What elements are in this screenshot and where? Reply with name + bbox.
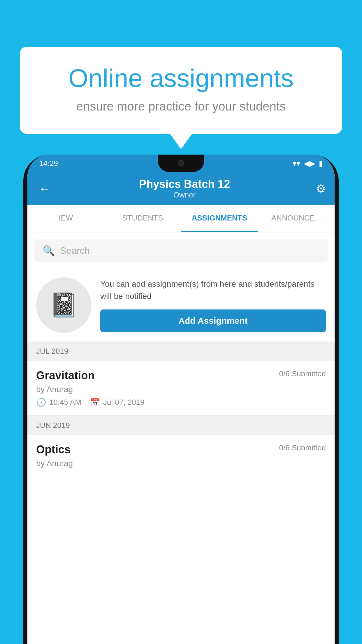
battery-icon: ▮ bbox=[319, 159, 323, 168]
notebook-icon: 📓 bbox=[49, 291, 78, 319]
tab-announcements[interactable]: ANNOUNCE... bbox=[258, 205, 335, 232]
notch bbox=[158, 155, 204, 172]
phone-screen: 14:29 ▾▾ ◀▶ ▮ ← Physics Batch 12 Owner ⚙… bbox=[27, 155, 335, 644]
promo-card: Online assignments ensure more practice … bbox=[20, 47, 342, 134]
calendar-icon: 📅 bbox=[90, 398, 100, 407]
tabs-bar: IEW STUDENTS ASSIGNMENTS ANNOUNCE... bbox=[27, 205, 335, 232]
section-jul-label: JUL 2019 bbox=[36, 347, 68, 356]
promo-section: 📓 You can add assignment(s) from here an… bbox=[27, 269, 335, 342]
assignment-date: Jul 07, 2019 bbox=[103, 398, 145, 407]
header-subtitle: Owner bbox=[139, 190, 230, 200]
section-jun-label: JUN 2019 bbox=[36, 421, 70, 430]
search-container: 🔍 Search bbox=[27, 232, 335, 269]
search-bar[interactable]: 🔍 Search bbox=[34, 239, 328, 262]
signal-icon: ◀▶ bbox=[304, 159, 315, 168]
speech-bubble: Online assignments ensure more practice … bbox=[20, 47, 342, 134]
time-meta: 🕙 10:45 AM bbox=[36, 398, 81, 407]
status-icons: ▾▾ ◀▶ ▮ bbox=[293, 159, 323, 168]
assignment-item-optics[interactable]: Optics 0/6 Submitted by Anurag bbox=[27, 435, 335, 480]
assignment-item-gravitation[interactable]: Gravitation 0/6 Submitted by Anurag 🕙 10… bbox=[27, 361, 335, 416]
promo-title: Online assignments bbox=[40, 64, 322, 92]
status-bar: 14:29 ▾▾ ◀▶ ▮ bbox=[27, 155, 335, 172]
promo-content: You can add assignment(s) from here and … bbox=[100, 278, 326, 332]
assignment-author: by Anurag bbox=[36, 385, 326, 394]
header-title: Physics Batch 12 bbox=[139, 178, 230, 190]
section-jul-2019: JUL 2019 bbox=[27, 342, 335, 361]
assignment-author-optics: by Anurag bbox=[36, 459, 326, 468]
app-header: ← Physics Batch 12 Owner ⚙ bbox=[27, 172, 335, 205]
promo-subtitle: ensure more practice for your students bbox=[40, 99, 322, 113]
search-icon: 🔍 bbox=[43, 245, 55, 256]
assignment-name-optics: Optics bbox=[36, 443, 71, 456]
wifi-icon: ▾▾ bbox=[293, 159, 300, 168]
assignment-top-optics: Optics 0/6 Submitted bbox=[36, 443, 326, 456]
add-assignment-button[interactable]: Add Assignment bbox=[100, 309, 326, 332]
section-jun-2019: JUN 2019 bbox=[27, 416, 335, 435]
assignment-time: 10:45 AM bbox=[49, 398, 81, 407]
phone-frame: 14:29 ▾▾ ◀▶ ▮ ← Physics Batch 12 Owner ⚙… bbox=[23, 155, 339, 644]
time-display: 14:29 bbox=[39, 159, 58, 168]
assignment-meta: 🕙 10:45 AM 📅 Jul 07, 2019 bbox=[36, 398, 326, 407]
tab-assignments[interactable]: ASSIGNMENTS bbox=[181, 205, 258, 232]
header-center: Physics Batch 12 Owner bbox=[139, 178, 230, 200]
promo-description: You can add assignment(s) from here and … bbox=[100, 278, 326, 302]
tab-students[interactable]: STUDENTS bbox=[104, 205, 181, 232]
assignment-name: Gravitation bbox=[36, 369, 95, 382]
camera bbox=[178, 160, 184, 167]
tab-iew[interactable]: IEW bbox=[27, 205, 104, 232]
settings-button[interactable]: ⚙ bbox=[316, 182, 326, 195]
submitted-count-optics: 0/6 Submitted bbox=[279, 443, 326, 452]
back-button[interactable]: ← bbox=[36, 179, 53, 198]
submitted-count: 0/6 Submitted bbox=[279, 369, 326, 378]
search-placeholder: Search bbox=[60, 245, 89, 256]
clock-icon: 🕙 bbox=[36, 398, 46, 407]
assignment-icon-circle: 📓 bbox=[36, 277, 92, 333]
date-meta: 📅 Jul 07, 2019 bbox=[90, 398, 145, 407]
assignment-top: Gravitation 0/6 Submitted bbox=[36, 369, 326, 382]
